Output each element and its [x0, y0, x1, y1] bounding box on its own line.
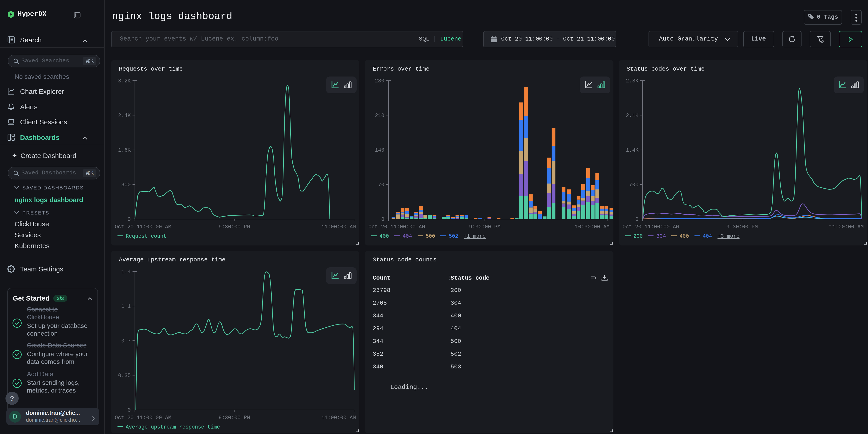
svg-text:1.1: 1.1 — [121, 303, 131, 309]
svg-text:1.4K: 1.4K — [626, 147, 638, 153]
svg-text:280: 280 — [375, 78, 384, 84]
svg-text:2.1K: 2.1K — [626, 113, 638, 118]
svg-text:11:00:00 AM: 11:00:00 AM — [321, 224, 356, 230]
svg-text:210: 210 — [375, 113, 384, 118]
svg-text:0: 0 — [381, 216, 384, 222]
svg-text:3.2K: 3.2K — [118, 78, 131, 84]
svg-text:700: 700 — [629, 182, 638, 188]
svg-text:0: 0 — [127, 407, 131, 413]
svg-text:800: 800 — [121, 182, 131, 188]
svg-text:0.35: 0.35 — [118, 373, 131, 378]
svg-text:9:30:00 PM: 9:30:00 PM — [469, 224, 501, 230]
svg-text:2.4K: 2.4K — [118, 113, 131, 118]
svg-text:1.6K: 1.6K — [118, 147, 131, 153]
svg-text:Oct 20 11:00:00 AM: Oct 20 11:00:00 AM — [622, 224, 679, 230]
svg-text:140: 140 — [375, 147, 384, 153]
svg-text:11:00:00 AM: 11:00:00 AM — [829, 224, 864, 230]
svg-text:2.8K: 2.8K — [626, 78, 638, 84]
svg-text:1.4: 1.4 — [121, 269, 131, 275]
svg-text:10:30:00 AM: 10:30:00 AM — [575, 224, 610, 230]
svg-text:0: 0 — [635, 216, 639, 222]
svg-text:Oct 20 11:00:00 AM: Oct 20 11:00:00 AM — [369, 224, 425, 230]
svg-text:11:00:00 AM: 11:00:00 AM — [321, 415, 356, 421]
svg-text:70: 70 — [378, 182, 384, 188]
svg-text:0: 0 — [127, 216, 131, 222]
svg-text:9:30:00 PM: 9:30:00 PM — [219, 415, 250, 421]
svg-text:Oct 20 11:00:00 AM: Oct 20 11:00:00 AM — [115, 415, 171, 421]
svg-text:0.7: 0.7 — [121, 338, 131, 344]
svg-text:9:30:00 PM: 9:30:00 PM — [219, 224, 250, 230]
svg-text:9:30:00 PM: 9:30:00 PM — [726, 224, 757, 230]
svg-text:Oct 20 11:00:00 AM: Oct 20 11:00:00 AM — [115, 224, 171, 230]
